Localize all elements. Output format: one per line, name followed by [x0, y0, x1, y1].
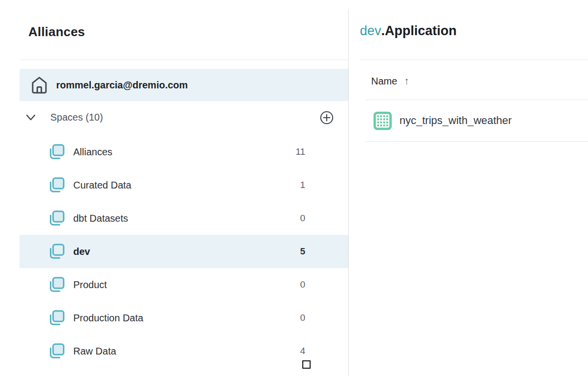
spaces-sidebar: Alliances rommel.garcia@dremio.com Space…: [0, 0, 348, 376]
sort-ascending-icon: ↑: [404, 75, 409, 87]
space-count: 0: [291, 279, 305, 290]
space-icon: [47, 308, 66, 328]
space-item-dbt-datasets[interactable]: dbt Datasets 0: [20, 202, 348, 235]
sidebar-title: Alliances: [28, 24, 85, 40]
dataset-row-nyc-trips-with-weather[interactable]: nyc_trips_with_weather: [365, 100, 588, 141]
space-item-dev[interactable]: dev 5: [20, 235, 348, 268]
spaces-section-label: Spaces (10): [50, 112, 103, 123]
space-icon: [47, 242, 66, 261]
space-count: 1: [291, 180, 305, 190]
space-count: 0: [291, 213, 305, 224]
space-name: Raw Data: [73, 346, 116, 357]
space-count: 4: [291, 346, 305, 356]
space-name: Product: [73, 279, 107, 291]
home-space-label: rommel.garcia@dremio.com: [56, 80, 188, 91]
space-icon: [47, 175, 66, 195]
breadcrumb-space[interactable]: dev: [360, 23, 381, 38]
dataset-panel: dev.Application Name ↑ nyc_trips_with_we…: [349, 0, 588, 376]
space-name: Production Data: [73, 313, 143, 324]
chevron-down-icon[interactable]: [25, 114, 36, 122]
space-count: 11: [291, 146, 305, 157]
dataset-name: nyc_trips_with_weather: [399, 114, 512, 127]
space-item-production-data[interactable]: Production Data 0: [20, 301, 348, 334]
column-header-label: Name: [371, 76, 397, 87]
space-icon: [47, 142, 66, 162]
breadcrumb-divider: [360, 60, 588, 60]
spaces-section-header: Spaces (10): [20, 108, 348, 128]
space-item-raw-data[interactable]: Raw Data 4: [20, 334, 348, 368]
space-name: Curated Data: [73, 180, 131, 191]
space-icon: [47, 341, 66, 361]
space-count: 0: [291, 313, 305, 323]
space-icon: [47, 209, 66, 228]
space-count: 5: [291, 246, 305, 257]
breadcrumb: dev.Application: [360, 23, 457, 39]
space-icon: [47, 275, 66, 294]
home-space-item[interactable]: rommel.garcia@dremio.com: [20, 69, 348, 101]
space-name: dev: [73, 246, 90, 257]
space-name: Alliances: [73, 146, 112, 158]
space-item-alliances[interactable]: Alliances 11: [20, 135, 348, 168]
physical-dataset-table-icon: [372, 110, 393, 131]
column-header-name[interactable]: Name ↑: [371, 73, 409, 89]
home-icon: [30, 75, 48, 95]
space-name: dbt Datasets: [73, 213, 128, 224]
breadcrumb-separator: .: [381, 23, 385, 38]
space-item-product[interactable]: Product 0: [20, 268, 348, 301]
selection-handle-square: [302, 360, 311, 369]
add-space-button[interactable]: [317, 108, 336, 127]
breadcrumb-current: Application: [385, 23, 457, 38]
spaces-list: Alliances 11 Curated Data 1 dbt Datasets: [20, 135, 348, 368]
sidebar-title-divider: [20, 60, 348, 60]
space-item-curated-data[interactable]: Curated Data 1: [20, 168, 348, 202]
table-row-divider: [365, 141, 588, 142]
